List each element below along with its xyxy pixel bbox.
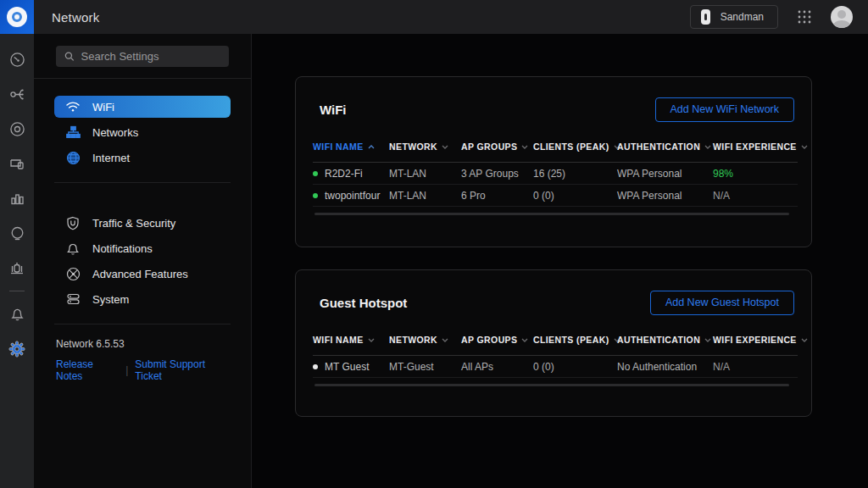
app-icon-rail [0, 34, 34, 488]
column-header-network[interactable]: NETWORK [389, 141, 461, 152]
sidebar-item-label: Traffic & Security [92, 217, 175, 230]
shield-icon [65, 216, 81, 230]
insights-icon[interactable] [0, 216, 34, 251]
sidebar-item-label: System [92, 293, 129, 306]
console-selector-button[interactable]: Sandman [690, 5, 778, 29]
unifi-logo-icon [7, 7, 27, 27]
sidebar-item-system[interactable]: System [54, 288, 231, 310]
wifi-experience-cell: N/A [713, 190, 798, 202]
sort-caret-down-icon [521, 145, 528, 149]
wifi-card-title: WiFi [320, 103, 347, 117]
column-header-authentication[interactable]: AUTHENTICATION [617, 141, 713, 152]
topology-icon[interactable] [0, 77, 34, 112]
wifi-icon [65, 101, 81, 113]
search-settings-input[interactable] [81, 50, 220, 63]
column-header-network[interactable]: NETWORK [389, 335, 461, 345]
search-icon [64, 51, 75, 62]
authentication-cell: WPA Personal [617, 190, 713, 202]
sort-caret-down-icon [368, 338, 375, 342]
sort-caret-down-icon [521, 338, 528, 342]
column-header-wifi-name[interactable]: WIFI NAME [313, 141, 389, 152]
column-header-wifi-experience[interactable]: WIFI EXPERIENCE [713, 141, 808, 152]
clients-peak-cell: 0 (0) [533, 190, 617, 202]
statistics-icon[interactable] [0, 181, 34, 216]
wifi-card: WiFi Add New WiFi Network WIFI NAME NETW… [295, 76, 812, 247]
column-header-ap-groups[interactable]: AP GROUPS [461, 335, 533, 345]
user-avatar[interactable] [831, 6, 853, 28]
clients-peak-cell: 0 (0) [533, 361, 617, 373]
authentication-cell: No Authentication [617, 361, 713, 373]
column-header-wifi-experience[interactable]: WIFI EXPERIENCE [713, 335, 808, 345]
apps-grid-icon[interactable] [797, 9, 812, 25]
wifi-experience-cell: 98% [713, 168, 798, 180]
sidebar-item-label: WiFi [92, 101, 114, 114]
sidebar-item-traffic-security[interactable]: Traffic & Security [54, 212, 231, 234]
link-separator: | [125, 364, 128, 376]
column-header-wifi-name[interactable]: WIFI NAME [313, 335, 389, 345]
table-horizontal-scrollbar[interactable] [314, 213, 789, 215]
app-title: Network [52, 10, 99, 25]
submit-support-ticket-link[interactable]: Submit Support Ticket [135, 358, 229, 382]
wifi-experience-cell: N/A [713, 361, 798, 373]
table-row[interactable]: MT Guest MT-Guest All APs 0 (0) No Authe… [313, 356, 798, 378]
wifi-name: twopointfour [325, 190, 380, 202]
column-header-clients-peak[interactable]: CLIENTS (PEAK) [533, 335, 617, 345]
clients-peak-cell: 16 (25) [533, 168, 617, 180]
status-dot [313, 193, 318, 198]
wifi-table: WIFI NAME NETWORK AP GROUPS CLIENTS (PEA… [313, 136, 798, 215]
dashboard-gauge-icon[interactable] [0, 42, 34, 77]
search-settings-box[interactable] [56, 46, 229, 67]
sidebar-item-networks[interactable]: Networks [54, 121, 231, 143]
sidebar-item-internet[interactable]: Internet [54, 147, 231, 169]
sidebar-item-label: Networks [92, 126, 138, 139]
sort-caret-down-icon [442, 145, 448, 149]
wifi-name: MT Guest [325, 361, 369, 373]
authentication-cell: WPA Personal [617, 168, 713, 180]
networks-tree-icon [65, 125, 81, 139]
network-cell: MT-LAN [389, 190, 461, 202]
sort-caret-down-icon [801, 338, 808, 342]
bell-icon [65, 241, 81, 256]
ap-groups-cell: 3 AP Groups [461, 168, 533, 180]
server-stack-icon [65, 292, 81, 306]
sort-caret-up-icon [368, 145, 375, 149]
column-header-ap-groups[interactable]: AP GROUPS [461, 141, 533, 152]
release-notes-link[interactable]: Release Notes [56, 358, 119, 382]
sidebar-item-wifi[interactable]: WiFi [54, 96, 231, 118]
column-header-authentication[interactable]: AUTHENTICATION [617, 335, 713, 345]
sidebar-item-advanced-features[interactable]: Advanced Features [54, 263, 231, 285]
wifi-name: R2D2-Fi [325, 168, 363, 180]
network-cell: MT-Guest [389, 361, 461, 373]
column-header-clients-peak[interactable]: CLIENTS (PEAK) [533, 141, 617, 152]
unifi-devices-icon[interactable] [0, 112, 34, 147]
table-row[interactable]: R2D2-Fi MT-LAN 3 AP Groups 16 (25) WPA P… [313, 163, 798, 185]
sort-caret-down-icon [801, 145, 808, 149]
console-name: Sandman [721, 11, 764, 23]
app-version: Network 6.5.53 [34, 336, 251, 350]
guest-hotspot-card-title: Guest Hotspot [320, 296, 407, 310]
console-device-rail-icon[interactable] [0, 251, 34, 286]
sidebar-item-label: Internet [92, 152, 130, 164]
system-log-bell-icon[interactable] [0, 297, 34, 331]
sort-caret-down-icon [704, 145, 711, 149]
status-dot [313, 171, 318, 176]
sort-caret-down-icon [442, 338, 448, 342]
add-new-guest-hotspot-button[interactable]: Add New Guest Hotspot [650, 291, 794, 315]
guest-hotspot-table: WIFI NAME NETWORK AP GROUPS CLIENTS (PEA… [313, 330, 798, 386]
ap-groups-cell: All APs [461, 361, 533, 373]
internet-globe-icon [65, 151, 81, 165]
table-row[interactable]: twopointfour MT-LAN 6 Pro 0 (0) WPA Pers… [313, 185, 798, 207]
sidebar-divider [54, 182, 231, 183]
table-horizontal-scrollbar[interactable] [314, 384, 789, 386]
unifi-logo[interactable] [0, 0, 34, 34]
settings-gear-icon[interactable] [0, 331, 34, 366]
sort-caret-down-icon [704, 338, 711, 342]
sidebar-divider [54, 324, 231, 324]
sidebar-item-label: Advanced Features [92, 268, 188, 280]
status-dot [313, 364, 318, 369]
globe-tools-icon [65, 267, 81, 281]
add-new-wifi-network-button[interactable]: Add New WiFi Network [655, 97, 795, 122]
client-devices-icon[interactable] [0, 147, 34, 181]
ap-groups-cell: 6 Pro [461, 190, 533, 202]
sidebar-item-notifications[interactable]: Notifications [54, 237, 231, 259]
